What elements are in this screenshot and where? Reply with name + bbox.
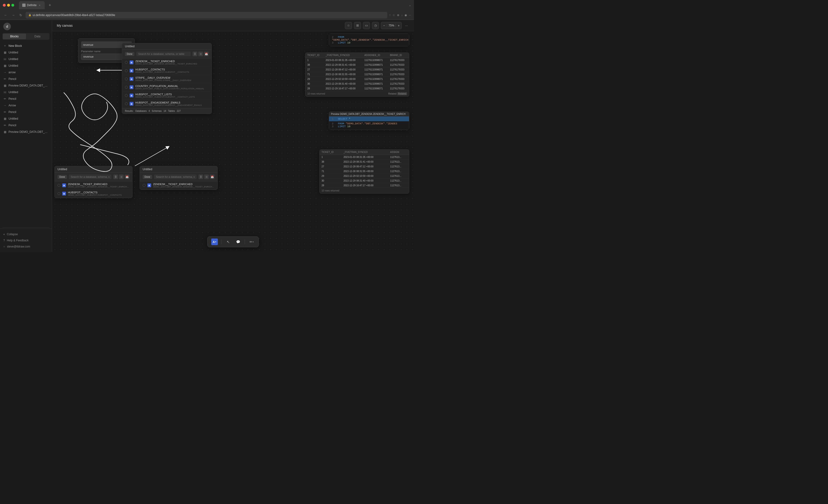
table-cell: 11276132898071 <box>363 58 388 63</box>
collapse-button[interactable]: « Collapse <box>3 231 48 237</box>
zoom-in-button[interactable]: + <box>396 22 402 29</box>
comment-tool-button[interactable]: 💬 <box>235 238 241 245</box>
sidebar-item-preview-2[interactable]: ▦ Preview DEMO_DATA.DBT_ZENDESK.Z... <box>0 129 52 135</box>
sidebar-item-arrow-1[interactable]: → arrow <box>0 69 52 76</box>
download-icon[interactable]: ↓ <box>401 13 403 17</box>
zoom-out-button[interactable]: − <box>381 22 387 29</box>
done-button-br[interactable]: Done <box>143 175 152 179</box>
done-button-bl[interactable]: Done <box>57 175 67 179</box>
code-line-2: 2 FROM "DEMO_DATA"."DBT_ZENDESK"."ZENDES… <box>332 36 406 41</box>
search-input-bl[interactable] <box>69 175 112 179</box>
sidebar-item-untitled-1[interactable]: ▦ Untitled <box>0 49 52 56</box>
radio-br-0[interactable] <box>143 184 146 187</box>
radio-5[interactable] <box>125 102 128 105</box>
table-bl-1[interactable]: ▦ HUBSPOT__CONTACTS DEMO_DATA.DBT_HUBSPO… <box>55 190 132 198</box>
done-button[interactable]: Done <box>125 52 134 56</box>
tab-close-button[interactable]: × <box>38 4 41 7</box>
search-block-bottom-left[interactable]: Untitled Done 🗄 ☰ 📅 ▦ <box>54 166 132 198</box>
active-tab[interactable]: Definite × <box>19 1 45 9</box>
search-input-br[interactable] <box>154 175 197 179</box>
radio-1[interactable] <box>125 69 128 72</box>
list-view-button[interactable]: ☰ <box>198 51 203 56</box>
more-icon[interactable]: ··· <box>409 13 411 17</box>
zoom-value[interactable]: 75% <box>387 24 396 27</box>
new-block-button[interactable]: + New Block <box>0 43 52 49</box>
close-window-button[interactable] <box>3 4 6 7</box>
url-bar[interactable]: 🔒 ui.definite.app/canvas/00aeb9b9-29bd-4… <box>26 12 387 18</box>
collapse-label: Collapse <box>7 233 18 236</box>
tab-blocks[interactable]: Blocks <box>3 34 26 39</box>
bookmark-icon[interactable]: ☆ <box>392 13 395 17</box>
minimize-window-button[interactable] <box>7 4 10 7</box>
table-item-0[interactable]: ▦ ZENDESK__TICKET_ENRICHED DEMO_DATA.DBT… <box>122 58 211 67</box>
sidebar-item-untitled-4[interactable]: {x} Untitled <box>0 89 52 95</box>
db-view-bl[interactable]: 🗄 <box>113 175 118 179</box>
draw-tool-button[interactable]: ✏▾ <box>248 238 255 245</box>
table-item-2[interactable]: ▦ STRIPE__DAILY_OVERVIEW DEMO_DATA.DBT_S… <box>122 75 211 83</box>
monitor-tool-button[interactable]: ▭ <box>363 22 370 29</box>
table-item-5[interactable]: ▦ HUBSPOT__ENGAGEMENT_EMAILS DEMO_DATA.D… <box>122 100 211 108</box>
radio-4[interactable] <box>125 94 128 97</box>
sidebar-item-pencil-3[interactable]: ✏ Pencil <box>0 109 52 116</box>
table-br-0[interactable]: ▦ ZENDESK__TICKET_ENRICHED DEMO_DATA.DBT… <box>140 181 217 190</box>
radio-bl-1[interactable] <box>57 192 60 195</box>
forward-button[interactable]: → <box>10 12 16 18</box>
table-item-1[interactable]: ▦ HUBSPOT__CONTACTS DEMO_DATA.DBT_HUBSPO… <box>122 67 211 75</box>
more-tools-button[interactable]: ··· <box>404 24 409 28</box>
search-block-top[interactable]: Untitled Done 🗄 ☰ 📅 ▦ <box>122 43 212 114</box>
search-block-bottom-right[interactable]: Untitled Done 🗄 ☰ 📅 ▦ <box>139 166 218 190</box>
sidebar-item-pencil-2[interactable]: ✏ Pencil <box>0 95 52 102</box>
arrow-icon-2: → <box>3 104 7 107</box>
table-bl-0[interactable]: ▦ ZENDESK__TICKET_ENRICHED DEMO_DATA.DBT… <box>55 181 132 190</box>
select-tool-button[interactable]: ↖ <box>225 238 232 245</box>
table-info-5: HUBSPOT__ENGAGEMENT_EMAILS DEMO_DATA.DBT… <box>135 101 209 106</box>
canvas-area[interactable]: revenue Parameter name Untitled Done 🗄 ☰ <box>52 31 414 252</box>
search-input[interactable] <box>136 51 191 56</box>
fullscreen-window-button[interactable] <box>11 4 14 7</box>
table-item-3[interactable]: ▦ COUNTRY_POPULATION_ANNUAL DEMO_DATA.DB… <box>122 83 211 91</box>
table-list-br: ▦ ZENDESK__TICKET_ENRICHED DEMO_DATA.DBT… <box>140 181 217 190</box>
chevron-down-icon[interactable]: ⌄ <box>409 4 411 7</box>
back-button[interactable]: ← <box>3 12 8 18</box>
star-tool-button[interactable]: ☆ <box>345 22 352 29</box>
radio-0[interactable] <box>125 61 128 64</box>
share-icon[interactable]: ↑ <box>389 13 390 17</box>
table-item-4[interactable]: ▦ HUBSPOT__CONTACT_LISTS DEMO_DATA.DBT_H… <box>122 91 211 100</box>
sidebar-item-label-3: Untitled <box>8 64 18 67</box>
zoom-control: − 75% + <box>381 22 402 29</box>
database-view-button[interactable]: 🗄 <box>193 51 197 56</box>
db-view-br[interactable]: 🗄 <box>199 175 203 179</box>
sidebar-item-pencil-1[interactable]: ✏ Pencil <box>0 76 52 82</box>
help-feedback-button[interactable]: ? Help & Feedback <box>3 237 48 243</box>
radio-3[interactable] <box>125 86 128 89</box>
clock-tool-button[interactable]: ◷ <box>372 22 379 29</box>
sidebar-item-untitled-2[interactable]: {x} Untitled <box>0 56 52 62</box>
list-view-br[interactable]: ☰ <box>204 175 209 179</box>
refresh-button[interactable]: ↻ <box>18 12 24 18</box>
table-icon-4b: ▦ <box>130 94 133 97</box>
sidebar-item-pencil-4[interactable]: ✏ Pencil <box>0 122 52 129</box>
table-name-5: HUBSPOT__ENGAGEMENT_EMAILS <box>135 101 209 104</box>
calendar-view-button[interactable]: 📅 <box>204 51 209 56</box>
sidebar-item-untitled-5[interactable]: ▦ Untitled <box>0 116 52 122</box>
radio-bl-0[interactable] <box>57 184 60 187</box>
list-view-bl[interactable]: ☰ <box>119 175 124 179</box>
sidebar-item-arrow-2[interactable]: → Arrow <box>0 102 52 109</box>
table-icon-10: ▦ <box>3 117 7 120</box>
table-icon-bl-0: ▦ <box>62 183 66 187</box>
table-cell-br: 1127613... <box>388 179 409 183</box>
radio-2[interactable] <box>125 78 128 80</box>
table-cell: 11276132898071 <box>363 72 388 77</box>
sidebar-item-preview-1[interactable]: ▦ Preview DEMO_DATA.DBT_ZENDESK.Z... <box>0 82 52 89</box>
text-tool-button[interactable]: A✕ <box>211 238 218 245</box>
extension-icon[interactable]: ⊕ <box>397 13 399 17</box>
user-profile-button[interactable]: ○ steve@tldraw.com <box>3 243 48 249</box>
tab-data[interactable]: Data <box>26 34 49 39</box>
grid-tool-button[interactable]: ⊞ <box>354 22 361 29</box>
cal-view-bl[interactable]: 📅 <box>125 175 129 179</box>
cal-view-br[interactable]: 📅 <box>210 175 215 179</box>
new-tab-button[interactable]: + <box>47 2 53 8</box>
profile-icon[interactable]: ◉ <box>405 13 407 17</box>
sidebar-item-untitled-3[interactable]: ▦ Untitled <box>0 62 52 69</box>
tab-right-controls: ⌄ <box>409 4 411 7</box>
